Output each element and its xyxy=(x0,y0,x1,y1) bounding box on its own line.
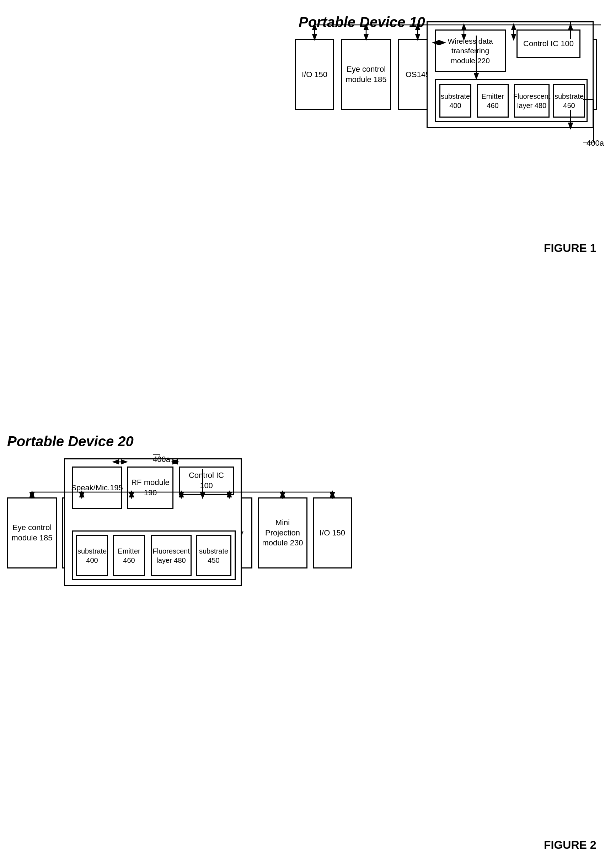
fig1-400a-label: 400a xyxy=(586,139,604,148)
fig2-speak195: Speak/Mic.195 xyxy=(72,467,122,509)
fig2-mini230: Mini Projection module 230 xyxy=(258,498,307,569)
fig2-400a-label: 400a xyxy=(153,455,170,464)
fig1-io150: I/O 150 xyxy=(295,39,334,110)
fig1-sub400: substrate 400 xyxy=(439,84,472,118)
fig1-layers-outer: substrate 400 Emitter 460 Fluorescent la… xyxy=(435,79,588,122)
fig2-fluor480: Fluorescent layer 480 xyxy=(151,535,192,576)
fig1-title: Portable Device 10 xyxy=(299,14,425,30)
fig1-label: FIGURE 1 xyxy=(544,242,596,255)
fig2-io150: I/O 150 xyxy=(313,498,352,569)
fig2-title: Portable Device 20 xyxy=(7,434,133,450)
fig2-emit460: Emitter 460 xyxy=(113,535,145,576)
fig1-sub450: substrate 450 xyxy=(553,84,585,118)
fig2-center-outer: Speak/Mic.195 RF module 190 Control IC 1… xyxy=(64,458,242,586)
fig2-control100: Control IC 100 xyxy=(179,467,234,495)
fig2-label: FIGURE 2 xyxy=(544,839,596,852)
page: Portable Device 10 FIGURE 1 I/O 150 Eye … xyxy=(0,0,605,868)
fig1-wireless220: Wireless data transferring module 220 xyxy=(435,29,506,72)
fig1-eye185: Eye control module 185 xyxy=(341,39,391,110)
fig2-eye185: Eye control module 185 xyxy=(7,498,57,569)
fig2-rf190: RF module 190 xyxy=(127,467,174,509)
fig1-right-outer-box: Wireless data transferring module 220 Co… xyxy=(427,21,594,128)
fig2-sub450: substrate 450 xyxy=(196,535,231,576)
fig2-layers-outer: substrate 400 Emitter 460 Fluorescent la… xyxy=(72,530,236,580)
fig1-emit460: Emitter 460 xyxy=(477,84,509,118)
fig1-fluor480: Fluorescent layer 480 xyxy=(514,84,549,118)
fig1-control100: Control IC 100 xyxy=(517,29,580,58)
fig2-sub400: substrate 400 xyxy=(76,535,108,576)
